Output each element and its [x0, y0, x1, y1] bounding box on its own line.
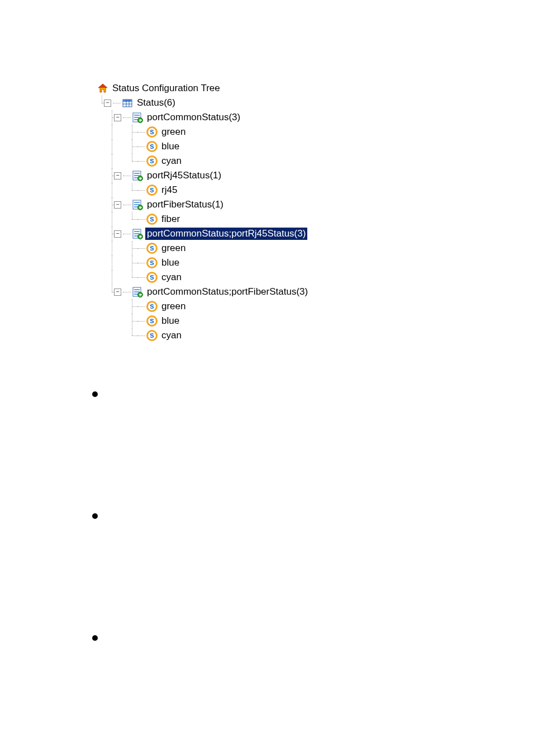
- collapse-toggle[interactable]: −: [114, 114, 121, 121]
- bullet-icon: [92, 513, 98, 519]
- tree-group-label: portCommonStatus;portFiberStatus(3): [145, 286, 310, 298]
- tree-leaf[interactable]: Srj45: [97, 183, 310, 197]
- tree-group[interactable]: −portCommonStatus(3): [97, 110, 310, 125]
- tree-leaf-label: blue: [160, 140, 181, 153]
- svg-text:S: S: [150, 245, 154, 252]
- tree-group-label: portRj45Status(1): [145, 169, 223, 182]
- svg-text:S: S: [150, 129, 154, 135]
- tree-leaf-label: green: [160, 300, 187, 313]
- tree-item-status[interactable]: − Status(6): [97, 96, 310, 110]
- tree-leaf[interactable]: Scyan: [97, 154, 310, 168]
- status-s-icon: S: [146, 155, 158, 167]
- svg-rect-26: [134, 202, 140, 203]
- bullet-icon: [92, 391, 98, 397]
- tree-leaf-label: blue: [160, 257, 181, 269]
- svg-rect-44: [134, 289, 140, 290]
- bullet-icon: [92, 635, 98, 641]
- status-s-icon: S: [146, 315, 158, 327]
- tree-leaf[interactable]: Sgreen: [97, 299, 310, 314]
- list-add-icon: [132, 228, 143, 239]
- tree-leaf[interactable]: Sblue: [97, 139, 310, 154]
- table-icon: [122, 97, 133, 108]
- tree-group[interactable]: −portRj45Status(1): [97, 168, 310, 183]
- list-add-icon: [132, 286, 143, 297]
- tree-leaf-label: green: [160, 126, 187, 138]
- status-s-icon: S: [146, 301, 158, 312]
- svg-text:S: S: [150, 143, 154, 150]
- tree-item-label: Status(6): [135, 97, 177, 109]
- tree-group-label: portCommonStatus;portRj45Status(3): [145, 228, 307, 240]
- tree-leaf-label: rj45: [160, 184, 179, 196]
- svg-text:S: S: [150, 332, 154, 339]
- svg-text:S: S: [150, 318, 154, 324]
- tree-root-label: Status Configuration Tree: [111, 82, 222, 94]
- svg-text:S: S: [150, 303, 154, 310]
- svg-rect-19: [134, 173, 140, 174]
- svg-text:S: S: [150, 187, 154, 193]
- tree-leaf[interactable]: Sblue: [97, 256, 310, 270]
- tree-leaf-label: cyan: [160, 329, 183, 342]
- svg-rect-3: [123, 100, 132, 102]
- list-add-icon: [132, 170, 143, 181]
- bullet-list: [92, 391, 98, 641]
- tree-leaf[interactable]: Sgreen: [97, 241, 310, 256]
- tree-leaf[interactable]: Sgreen: [97, 125, 310, 139]
- tree-group[interactable]: −portFiberStatus(1): [97, 197, 310, 212]
- tree-children: −portCommonStatus(3)SgreenSblueScyan−por…: [97, 110, 310, 343]
- collapse-toggle[interactable]: −: [114, 201, 121, 209]
- home-icon: [97, 83, 108, 94]
- tree-leaf[interactable]: Sblue: [97, 314, 310, 328]
- status-s-icon: S: [146, 243, 158, 254]
- tree-leaf-label: green: [160, 242, 187, 254]
- collapse-toggle[interactable]: −: [114, 289, 121, 296]
- status-s-icon: S: [146, 272, 158, 283]
- svg-text:S: S: [150, 158, 154, 164]
- status-s-icon: S: [146, 330, 158, 341]
- tree-group[interactable]: −portCommonStatus;portRj45Status(3): [97, 226, 310, 241]
- tree-group-label: portCommonStatus(3): [145, 111, 242, 124]
- tree-root[interactable]: Status Configuration Tree: [97, 81, 310, 96]
- svg-rect-33: [134, 231, 140, 232]
- tree-leaf[interactable]: Scyan: [97, 328, 310, 343]
- tree-group[interactable]: −portCommonStatus;portFiberStatus(3): [97, 285, 310, 299]
- svg-marker-1: [98, 84, 107, 88]
- status-s-icon: S: [146, 126, 158, 138]
- list-add-icon: [132, 199, 143, 210]
- status-s-icon: S: [146, 257, 158, 268]
- list-add-icon: [132, 112, 143, 123]
- collapse-toggle[interactable]: −: [104, 100, 111, 107]
- tree-leaf-label: cyan: [160, 155, 183, 167]
- collapse-toggle[interactable]: −: [114, 230, 121, 238]
- tree-group-label: portFiberStatus(1): [145, 199, 225, 211]
- tree-leaf-label: blue: [160, 315, 181, 327]
- tree-leaf-label: fiber: [160, 213, 182, 225]
- tree-leaf[interactable]: Sfiber: [97, 212, 310, 226]
- tree-leaf[interactable]: Scyan: [97, 270, 310, 285]
- svg-text:S: S: [150, 216, 154, 223]
- status-s-icon: S: [146, 141, 158, 152]
- collapse-toggle[interactable]: −: [114, 172, 121, 179]
- svg-rect-8: [134, 115, 140, 116]
- svg-text:S: S: [150, 259, 154, 266]
- status-s-icon: S: [146, 185, 158, 196]
- tree-leaf-label: cyan: [160, 271, 183, 284]
- svg-text:S: S: [150, 274, 154, 281]
- tree-view: Status Configuration Tree − Status(6) −p…: [97, 81, 310, 343]
- status-s-icon: S: [146, 214, 158, 225]
